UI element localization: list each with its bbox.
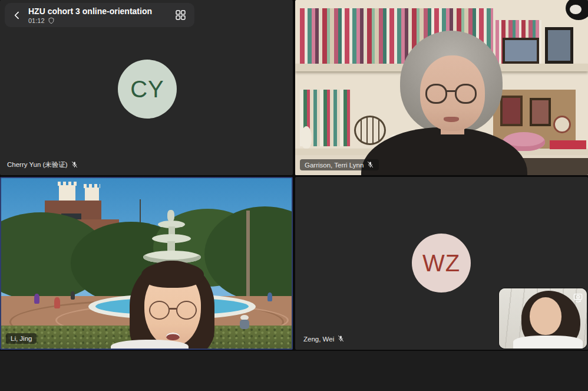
avatar: CY (118, 60, 177, 119)
avatar-initials: WZ (422, 250, 460, 277)
meeting-timer: 01:12 (28, 17, 45, 24)
participant-name-label: Li, Jing (6, 333, 37, 344)
grid-view-icon (174, 9, 187, 21)
meeting-title: HZU cohort 3 online-orientation (28, 6, 172, 17)
participant-tile-zeng-wei[interactable]: WZ Zeng, Wei (295, 177, 588, 350)
participant-name-label: Cherry Yun (未验证) (7, 160, 78, 169)
video-feed-bookshelf-scene (295, 0, 588, 175)
meeting-header: HZU cohort 3 online-orientation 01:12 (5, 3, 194, 27)
call-control-bar (0, 351, 588, 391)
avatar-initials: CY (130, 76, 164, 103)
shield-icon (48, 17, 55, 24)
mic-off-icon (366, 161, 374, 169)
video-feed-campus-scene (1, 178, 292, 349)
back-button[interactable] (8, 6, 26, 24)
participant-tile-garrison[interactable]: Garrison, Terri Lynn (295, 0, 588, 175)
mic-off-icon (71, 161, 78, 169)
self-view-pip[interactable] (499, 288, 587, 349)
meeting-screen: CY Cherry Yun (未验证) (0, 0, 588, 391)
camera-flip-icon[interactable] (572, 291, 584, 303)
participant-name-label: Garrison, Terri Lynn (300, 159, 379, 170)
participant-name-label: Zeng, Wei (303, 335, 345, 343)
avatar: WZ (412, 234, 471, 293)
chevron-left-icon (11, 9, 23, 21)
layout-switch-button[interactable] (172, 7, 189, 24)
participant-tile-li-jing[interactable]: Li, Jing (0, 177, 293, 350)
mic-off-icon (337, 335, 345, 343)
